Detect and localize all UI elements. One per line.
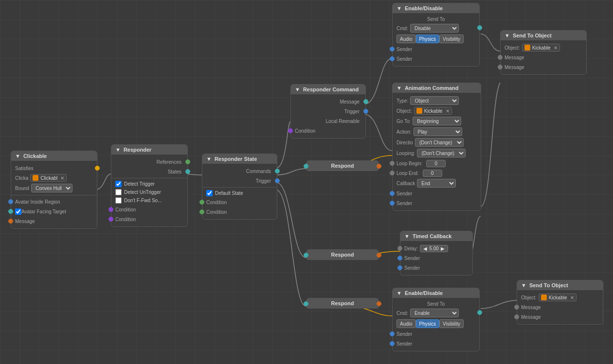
audio-btn-top[interactable]: Audio <box>397 35 416 43</box>
cmd-select-top[interactable]: Disable <box>410 24 459 33</box>
callback-select-ac[interactable]: End <box>417 179 456 188</box>
respond-bot-in-socket[interactable] <box>304 301 308 306</box>
direction-select-ac[interactable]: (Don't Change) <box>415 138 464 147</box>
references-socket[interactable] <box>185 159 190 164</box>
sender2-row-tc: Sender <box>400 263 472 273</box>
object-field-stot[interactable]: Kickable ✕ <box>522 44 560 52</box>
respond-top-in-socket[interactable] <box>304 164 308 169</box>
message1-socket-stot[interactable] <box>498 55 503 60</box>
delay-field-tc[interactable]: ◀ 5.00 ▶ <box>420 245 448 252</box>
message-socket-clickable[interactable] <box>8 219 13 224</box>
detect-untrigger-check[interactable] <box>115 189 122 195</box>
type-label-ac: Type: <box>397 98 408 104</box>
condition1-socket-resp[interactable] <box>108 207 113 212</box>
message-socket-rc[interactable] <box>363 99 368 104</box>
condition2-socket-rs[interactable] <box>199 209 204 214</box>
object-row-ac: Object: Kickable ✕ <box>393 106 481 116</box>
cmd-out-socket-bot[interactable] <box>477 310 482 315</box>
action-select-ac[interactable]: Play <box>414 127 462 136</box>
sender1-label-bot: Sender <box>397 331 412 337</box>
cmd-out-socket-top[interactable] <box>477 25 482 30</box>
message1-socket-stob[interactable] <box>514 305 519 310</box>
message2-label-stot: Message <box>505 65 524 70</box>
loop-end-socket-ac[interactable] <box>390 171 395 175</box>
send-to-object-top-node: ▼ Send To Object Object: Kickable ✕ Mess… <box>500 30 587 75</box>
responder-title: Responder <box>124 147 151 153</box>
sender1-socket-tc[interactable] <box>397 256 402 260</box>
visibility-btn-bot[interactable]: Visibility <box>439 319 464 328</box>
bound-select[interactable]: Convex Hull <box>31 184 72 192</box>
avatar-facing-check[interactable] <box>15 208 21 215</box>
clickable-object-field[interactable]: Clickabl ✕ <box>30 174 67 182</box>
sender1-socket-top[interactable] <box>390 47 395 52</box>
respond-top-out-socket[interactable] <box>377 164 381 169</box>
detect-trigger-check[interactable] <box>115 181 122 187</box>
sender2-socket-tc[interactable] <box>397 265 402 270</box>
timed-callback-header: ▼ Timed Callback <box>400 231 472 241</box>
states-socket[interactable] <box>185 169 190 174</box>
respond-mid-out-socket[interactable] <box>377 253 381 258</box>
commands-socket[interactable] <box>275 169 280 173</box>
default-state-check[interactable] <box>206 190 213 196</box>
loop-end-input-ac[interactable] <box>423 170 442 177</box>
sender2-row-top: Sender <box>393 54 479 64</box>
loop-begin-socket-ac[interactable] <box>390 161 395 166</box>
object-icon-ac <box>416 108 422 114</box>
physics-btn-top[interactable]: Physics <box>416 35 439 43</box>
sender2-label-tc: Sender <box>404 265 420 271</box>
type-select-ac[interactable]: Object <box>410 96 459 105</box>
delay-right-arrow[interactable]: ▶ <box>441 246 445 251</box>
clickable-field-label: Clicka <box>15 175 28 181</box>
bound-row: Bound Convex Hull <box>11 183 97 193</box>
object-close-stob[interactable]: ✕ <box>570 295 574 300</box>
object-close-ac[interactable]: ✕ <box>446 108 450 114</box>
clickable-obj-icon <box>33 175 38 181</box>
satisfies-socket[interactable] <box>95 166 100 171</box>
sender2-socket-ac[interactable] <box>390 201 395 206</box>
delay-label-tc: Delay: <box>404 246 418 251</box>
sender2-socket-top[interactable] <box>390 56 395 61</box>
respond-bot-out-socket[interactable] <box>377 301 381 306</box>
object-close-stot[interactable]: ✕ <box>554 45 558 51</box>
cmd-select-bot[interactable]: Enable <box>410 309 459 317</box>
sender2-row-bot: Sender <box>393 339 479 348</box>
sender1-socket-ac[interactable] <box>390 191 395 196</box>
message2-socket-stob[interactable] <box>514 314 519 319</box>
goto-select-ac[interactable]: Beginning <box>413 117 461 125</box>
sender2-socket-bot[interactable] <box>390 341 395 346</box>
send-to-object-bot-title: Send To Object <box>529 282 568 288</box>
respond-mid-in-socket[interactable] <box>304 253 308 258</box>
looping-select-ac[interactable]: (Don't Change) <box>417 149 466 157</box>
message2-socket-stot[interactable] <box>498 65 503 69</box>
sender1-label-ac: Sender <box>397 191 412 196</box>
condition1-socket-rs[interactable] <box>199 200 204 205</box>
sender1-socket-bot[interactable] <box>390 331 395 336</box>
responder-state-title: Responder State <box>215 156 257 162</box>
send-to-object-top-header: ▼ Send To Object <box>501 31 586 40</box>
physics-btn-bot[interactable]: Physics <box>416 319 439 328</box>
visibility-btn-top[interactable]: Visibility <box>439 35 464 43</box>
trigger-socket-rs[interactable] <box>275 178 280 183</box>
trigger-label-rs: Trigger <box>256 178 271 184</box>
enable-disable-bot-title: Enable/Disable <box>405 290 443 296</box>
cmd-label-bot: Cmd: <box>397 311 408 316</box>
respond-bot-header: Respond <box>306 298 379 308</box>
delay-left-arrow[interactable]: ◀ <box>423 246 427 251</box>
condition2-socket-resp[interactable] <box>108 217 113 222</box>
responder-command-title: Responder Command <box>303 87 359 92</box>
object-field-ac[interactable]: Kickable ✕ <box>414 107 452 115</box>
condition-socket-rc[interactable] <box>288 128 293 133</box>
collapse-arrow-stot: ▼ <box>505 33 510 38</box>
trigger-row-rc: Trigger <box>291 106 365 116</box>
avatar-facing-socket[interactable] <box>8 209 13 214</box>
audio-btn-bot[interactable]: Audio <box>397 319 416 328</box>
message1-label-stot: Message <box>505 55 524 60</box>
trigger-socket-rc[interactable] <box>363 109 368 114</box>
loop-begin-input-ac[interactable] <box>426 160 446 167</box>
object-field-stob[interactable]: Kickable ✕ <box>539 294 577 301</box>
delay-socket-tc[interactable] <box>397 246 402 251</box>
dont-fwd-check[interactable] <box>115 197 122 204</box>
clickable-close[interactable]: ✕ <box>60 175 64 181</box>
detect-trigger-label: Detect Trigger <box>124 181 155 187</box>
avatar-inside-socket[interactable] <box>8 199 13 204</box>
